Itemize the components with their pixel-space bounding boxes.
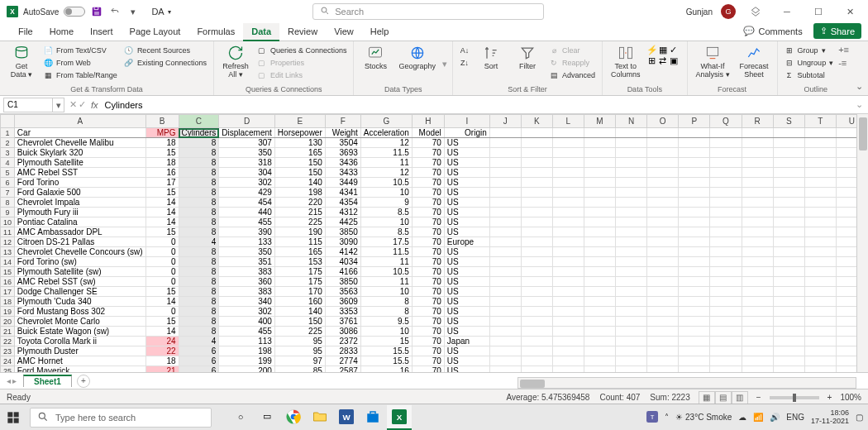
cell-Q25[interactable] [710, 366, 742, 373]
cell-O22[interactable] [647, 337, 679, 346]
cell-L20[interactable] [552, 317, 584, 327]
cell-K3[interactable] [521, 148, 552, 158]
cell-Q24[interactable] [710, 356, 742, 366]
cell-H23[interactable]: 70 [412, 346, 444, 356]
cell-E19[interactable]: 140 [274, 307, 325, 317]
cell-B15[interactable]: 0 [145, 267, 179, 277]
remove-dup-icon[interactable]: ▦ [658, 45, 668, 55]
cell-J24[interactable] [489, 356, 521, 366]
cell-D17[interactable]: 383 [219, 287, 275, 297]
cell-J1[interactable] [489, 128, 521, 138]
tray-weather[interactable]: ☀ 23°C Smoke [675, 413, 732, 422]
cell-D20[interactable]: 400 [219, 317, 275, 327]
cell-M10[interactable] [584, 217, 615, 227]
tray-volume-icon[interactable]: 🔊 [770, 413, 780, 422]
cell-F2[interactable]: 3504 [325, 138, 360, 148]
cell-S5[interactable] [773, 168, 804, 178]
cell-L6[interactable] [552, 178, 584, 188]
add-sheet-button[interactable]: + [77, 375, 90, 388]
cell-R1[interactable] [742, 128, 773, 138]
cell-A25[interactable]: Ford Maverick [14, 366, 145, 373]
cell-M20[interactable] [584, 317, 615, 327]
cell-S13[interactable] [773, 247, 804, 257]
row-header-20[interactable]: 20 [1, 317, 15, 327]
tab-formulas[interactable]: Formulas [188, 23, 243, 41]
cell-D10[interactable]: 455 [219, 217, 275, 227]
cell-T20[interactable] [804, 317, 836, 327]
cell-B9[interactable]: 14 [145, 208, 179, 217]
windows-search-input[interactable]: Type here to search [30, 408, 212, 428]
filter-button[interactable]: Filter [511, 43, 544, 73]
tray-language[interactable]: ENG [786, 413, 804, 422]
zoom-in-button[interactable]: + [827, 393, 832, 402]
vertical-scrollbar[interactable] [856, 114, 868, 372]
cell-H12[interactable]: 70 [412, 237, 444, 247]
cell-E8[interactable]: 220 [274, 198, 325, 208]
text-to-columns-button[interactable]: Text to Columns [608, 43, 644, 81]
cell-C1[interactable]: Cylinders [179, 128, 219, 138]
close-button[interactable]: ✕ [838, 0, 861, 23]
cell-O17[interactable] [647, 287, 679, 297]
cell-T4[interactable] [804, 158, 836, 168]
cell-G16[interactable]: 11 [360, 277, 412, 287]
cell-P4[interactable] [679, 158, 710, 168]
cell-L3[interactable] [552, 148, 584, 158]
cell-B25[interactable]: 21 [145, 366, 179, 373]
cell-D3[interactable]: 350 [219, 148, 275, 158]
cell-O21[interactable] [647, 327, 679, 337]
row-header-12[interactable]: 12 [1, 237, 15, 247]
cell-T23[interactable] [804, 346, 836, 356]
cell-S19[interactable] [773, 307, 804, 317]
cell-J2[interactable] [489, 138, 521, 148]
cell-N22[interactable] [616, 337, 647, 346]
col-header-T[interactable]: T [804, 115, 836, 128]
cell-I11[interactable]: US [444, 227, 489, 237]
cell-B3[interactable]: 15 [145, 148, 179, 158]
relationships-icon[interactable]: ⇄ [658, 55, 668, 65]
cell-T8[interactable] [804, 198, 836, 208]
cell-R23[interactable] [742, 346, 773, 356]
cell-K5[interactable] [521, 168, 552, 178]
get-data-button[interactable]: Get Data ▾ [5, 43, 38, 81]
cell-J21[interactable] [489, 327, 521, 337]
cell-K15[interactable] [521, 267, 552, 277]
cell-S23[interactable] [773, 346, 804, 356]
cell-Q23[interactable] [710, 346, 742, 356]
cell-N13[interactable] [616, 247, 647, 257]
cell-P1[interactable] [679, 128, 710, 138]
cell-M3[interactable] [584, 148, 615, 158]
cell-P16[interactable] [679, 277, 710, 287]
cell-F18[interactable]: 3609 [325, 297, 360, 307]
cell-L10[interactable] [552, 217, 584, 227]
cell-F7[interactable]: 4341 [325, 188, 360, 198]
file-explorer-icon[interactable] [308, 405, 332, 430]
cell-T11[interactable] [804, 227, 836, 237]
cell-H16[interactable]: 70 [412, 277, 444, 287]
cell-N14[interactable] [616, 257, 647, 267]
col-header-E[interactable]: E [274, 115, 325, 128]
cell-L23[interactable] [552, 346, 584, 356]
cell-E16[interactable]: 175 [274, 277, 325, 287]
cell-H10[interactable]: 70 [412, 217, 444, 227]
cell-L2[interactable] [552, 138, 584, 148]
cell-N9[interactable] [616, 208, 647, 217]
cell-G10[interactable]: 10 [360, 217, 412, 227]
cell-K2[interactable] [521, 138, 552, 148]
cell-I8[interactable]: US [444, 198, 489, 208]
cell-N20[interactable] [616, 317, 647, 327]
cell-K21[interactable] [521, 327, 552, 337]
cell-D15[interactable]: 383 [219, 267, 275, 277]
cell-B2[interactable]: 18 [145, 138, 179, 148]
cell-O25[interactable] [647, 366, 679, 373]
zoom-level[interactable]: 100% [840, 393, 861, 402]
cell-O1[interactable] [647, 128, 679, 138]
cell-N3[interactable] [616, 148, 647, 158]
cell-I16[interactable]: US [444, 277, 489, 287]
cell-I10[interactable]: US [444, 217, 489, 227]
cell-L12[interactable] [552, 237, 584, 247]
cell-S11[interactable] [773, 227, 804, 237]
cell-O3[interactable] [647, 148, 679, 158]
cell-A19[interactable]: Ford Mustang Boss 302 [14, 307, 145, 317]
cell-F23[interactable]: 2833 [325, 346, 360, 356]
cell-D24[interactable]: 199 [219, 356, 275, 366]
